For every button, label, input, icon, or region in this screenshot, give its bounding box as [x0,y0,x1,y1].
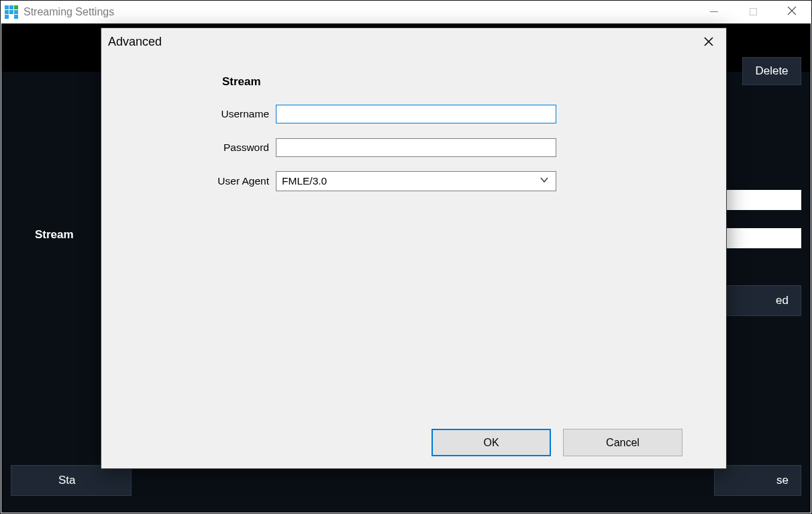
username-input[interactable] [276,105,556,123]
close-icon [703,36,714,50]
dialog-close-button[interactable] [695,32,722,54]
password-row: Password [101,138,726,158]
parent-minimize-button[interactable] [695,1,733,23]
user-agent-value: FMLE/3.0 [282,175,327,187]
stream-section-label: Stream [35,228,74,242]
background-input-1[interactable] [723,190,801,210]
advanced-dialog: Advanced Stream Username Password User A… [101,28,727,469]
user-agent-combobox[interactable]: FMLE/3.0 [276,171,556,191]
app-icon [5,5,18,19]
password-input[interactable] [276,138,556,157]
start-button-background[interactable]: Sta [11,465,132,496]
dialog-title: Advanced [108,35,162,49]
minimize-icon [710,11,718,12]
close-icon [787,6,797,18]
parent-window-controls [695,1,811,23]
stream-section-heading: Stream [222,75,261,89]
parent-window-title: Streaming Settings [23,6,114,18]
cancel-button[interactable]: Cancel [563,429,682,456]
username-label: Username [101,108,276,120]
parent-close-button[interactable] [772,1,811,23]
ok-button[interactable]: OK [432,429,551,456]
background-input-2[interactable] [723,228,801,248]
parent-maximize-button [733,1,772,23]
chevron-down-icon [540,175,549,187]
password-label: Password [101,142,276,154]
username-row: Username [101,104,726,124]
parent-titlebar: Streaming Settings [1,1,811,23]
delete-button[interactable]: Delete [742,57,801,85]
advanced-button-background[interactable]: ed [714,285,801,316]
user-agent-row: User Agent FMLE/3.0 [101,171,726,191]
user-agent-label: User Agent [101,175,276,187]
maximize-icon [750,8,757,15]
close-button-background[interactable]: se [714,465,801,496]
